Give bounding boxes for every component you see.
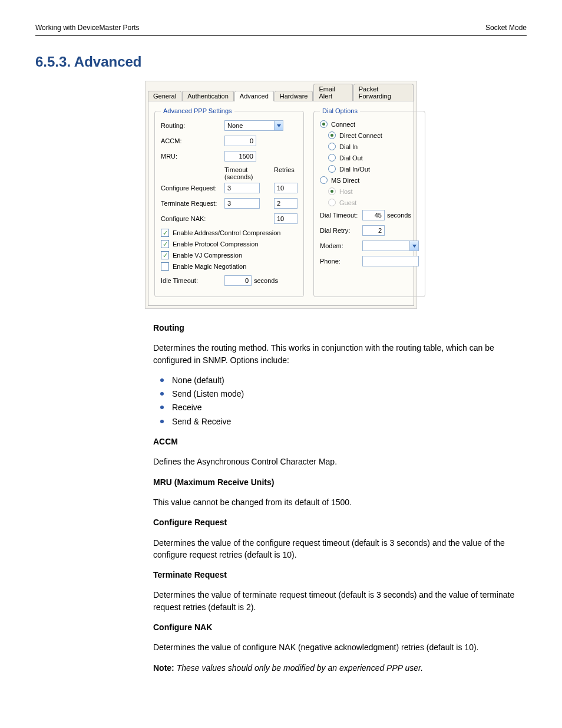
heading-timeout: Timeout (seconds) xyxy=(224,166,260,180)
checkbox-magic-negotiation-label: Enable Magic Negotiation xyxy=(173,263,246,270)
input-cfg-req-retries[interactable] xyxy=(274,183,297,193)
input-accm[interactable] xyxy=(224,136,256,146)
list-item: Send & Receive xyxy=(170,416,527,427)
radio-icon xyxy=(328,165,336,173)
label-configure-nak: Configure NAK: xyxy=(161,215,224,222)
header-rule xyxy=(35,35,527,36)
label-dial-retry: Dial Retry: xyxy=(320,227,362,234)
heading-routing: Routing xyxy=(153,322,527,334)
text-routing: Determines the routing method. This work… xyxy=(153,342,527,366)
settings-panel: Advanced PPP Settings Routing: None ACCM… xyxy=(148,101,414,306)
legend-dial-options: Dial Options xyxy=(320,107,360,114)
radio-host-label: Host xyxy=(339,188,353,195)
heading-retries: Retries xyxy=(274,166,297,180)
tab-advanced[interactable]: Advanced xyxy=(234,91,274,101)
note-text: These values should only be modified by … xyxy=(177,663,423,673)
radio-icon xyxy=(320,120,328,128)
radio-icon xyxy=(328,143,336,150)
input-mru[interactable] xyxy=(224,151,256,162)
label-accm: ACCM: xyxy=(161,137,224,144)
input-dial-retry[interactable] xyxy=(362,225,385,236)
radio-dial-in-out[interactable]: Dial In/Out xyxy=(328,165,419,173)
select-routing[interactable]: None xyxy=(224,120,283,131)
list-item: None (default) xyxy=(170,374,527,386)
body-text: Routing Determines the routing method. T… xyxy=(153,322,527,674)
check-icon xyxy=(161,229,169,237)
checkbox-vj-compression-label: Enable VJ Compression xyxy=(173,252,242,259)
radio-dial-in-out-label: Dial In/Out xyxy=(339,166,370,173)
label-dial-timeout: Dial Timeout: xyxy=(320,212,362,219)
label-mru: MRU: xyxy=(161,153,224,160)
radio-guest: Guest xyxy=(328,199,419,206)
text-accm: Defines the Asynchronous Control Charact… xyxy=(153,456,527,467)
checkbox-protocol-compression[interactable]: Enable Protocol Compression xyxy=(161,240,297,248)
radio-ms-direct[interactable]: MS Direct xyxy=(320,176,419,184)
label-idle-timeout: Idle Timeout: xyxy=(161,277,224,284)
list-item: Send (Listen mode) xyxy=(170,388,527,400)
radio-dial-in[interactable]: Dial In xyxy=(328,143,419,150)
radio-icon xyxy=(328,187,336,195)
tab-general[interactable]: General xyxy=(148,91,181,101)
group-dial-options: Dial Options Connect Direct Connect Dial… xyxy=(313,107,425,297)
checkbox-address-compression[interactable]: Enable Address/Control Compression xyxy=(161,229,297,237)
group-advanced-ppp: Advanced PPP Settings Routing: None ACCM… xyxy=(154,107,304,297)
text-mru: This value cannot be changed from its de… xyxy=(153,496,527,508)
checkbox-address-compression-label: Enable Address/Control Compression xyxy=(173,229,280,236)
label-terminate-request: Terminate Request: xyxy=(161,200,224,207)
check-icon xyxy=(161,251,169,259)
legend-advanced-ppp: Advanced PPP Settings xyxy=(161,107,234,114)
tab-authentication[interactable]: Authentication xyxy=(182,91,234,101)
radio-dial-in-label: Dial In xyxy=(339,143,358,150)
input-term-req-retries[interactable] xyxy=(274,198,297,209)
note-head: Note: xyxy=(153,663,174,673)
list-routing-options: None (default) Send (Listen mode) Receiv… xyxy=(153,374,527,427)
label-modem: Modem: xyxy=(320,242,362,249)
tab-packet-forwarding[interactable]: Packet Forwarding xyxy=(353,84,414,101)
heading-configure-nak: Configure NAK xyxy=(153,621,527,633)
list-item: Receive xyxy=(170,401,527,413)
radio-guest-label: Guest xyxy=(339,199,356,206)
chevron-down-icon xyxy=(409,241,418,251)
text-terminate-request: Determines the value of terminate reques… xyxy=(153,589,527,613)
radio-direct-connect-label: Direct Connect xyxy=(339,132,382,139)
text-configure-nak: Determines the value of configure NAK (n… xyxy=(153,641,527,653)
input-term-req-timeout[interactable] xyxy=(224,198,260,209)
tab-hardware[interactable]: Hardware xyxy=(275,91,313,101)
screenshot-advanced-tab: General Authentication Advanced Hardware… xyxy=(145,81,417,309)
section-title: 6.5.3. Advanced xyxy=(35,54,527,70)
label-phone: Phone: xyxy=(320,258,362,265)
radio-ms-direct-label: MS Direct xyxy=(331,177,359,184)
input-idle-timeout[interactable] xyxy=(224,275,252,286)
text-configure-request: Determines the value of the configure re… xyxy=(153,537,527,561)
radio-icon xyxy=(328,199,336,206)
header-right: Socket Mode xyxy=(485,24,527,32)
radio-connect[interactable]: Connect xyxy=(320,120,419,128)
radio-icon xyxy=(320,176,328,184)
header-left: Working with DeviceMaster Ports xyxy=(35,24,140,32)
input-phone[interactable] xyxy=(362,256,419,266)
checkbox-magic-negotiation[interactable]: Enable Magic Negotiation xyxy=(161,262,297,271)
page-header: Working with DeviceMaster Ports Socket M… xyxy=(35,24,527,32)
tab-strip: General Authentication Advanced Hardware… xyxy=(146,81,416,101)
heading-terminate-request: Terminate Request xyxy=(153,569,527,581)
radio-dial-out[interactable]: Dial Out xyxy=(328,154,419,162)
checkbox-vj-compression[interactable]: Enable VJ Compression xyxy=(161,251,297,259)
heading-configure-request: Configure Request xyxy=(153,516,527,528)
input-dial-timeout[interactable] xyxy=(362,210,385,220)
check-icon xyxy=(161,240,169,248)
label-idle-unit: seconds xyxy=(254,277,278,284)
radio-icon xyxy=(328,154,336,162)
label-configure-request: Configure Request: xyxy=(161,185,224,192)
heading-mru: MRU (Maximum Receive Units) xyxy=(153,476,527,488)
heading-accm: ACCM xyxy=(153,436,527,447)
tab-email-alert[interactable]: Email Alert xyxy=(313,84,352,101)
label-dial-timeout-unit: seconds xyxy=(387,212,411,219)
chevron-down-icon xyxy=(274,121,283,130)
radio-direct-connect[interactable]: Direct Connect xyxy=(328,131,419,139)
select-modem[interactable] xyxy=(362,241,419,251)
input-cfg-nak-retries[interactable] xyxy=(274,213,297,224)
radio-host: Host xyxy=(328,187,419,195)
radio-connect-label: Connect xyxy=(331,121,355,128)
input-cfg-req-timeout[interactable] xyxy=(224,183,260,193)
label-routing: Routing: xyxy=(161,122,224,129)
